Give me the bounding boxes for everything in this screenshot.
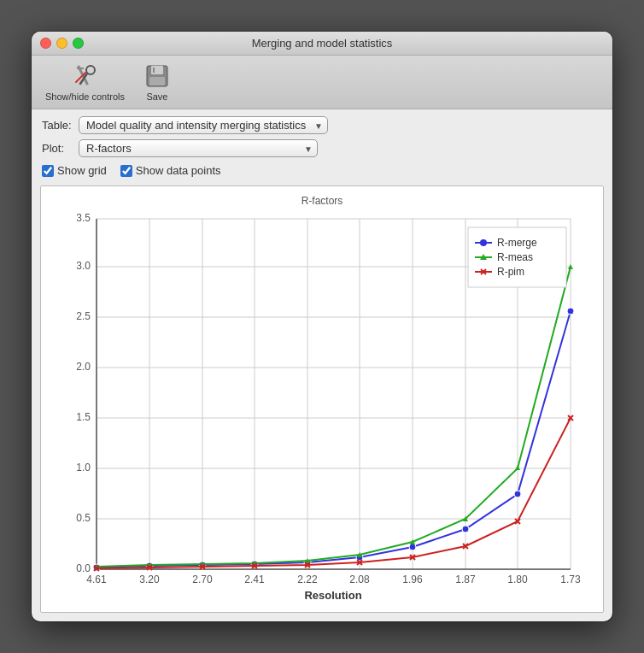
svg-text:1.5: 1.5 [76,411,91,423]
svg-text:0.5: 0.5 [76,512,91,524]
minimize-button[interactable] [56,38,67,49]
show-hide-label: Show/hide controls [45,91,125,102]
window-title: Merging and model statistics [252,37,393,50]
save-button[interactable]: Save [138,61,176,103]
maximize-button[interactable] [73,38,84,49]
table-label: Table: [42,119,72,132]
window-controls [40,38,84,49]
svg-text:2.22: 2.22 [297,574,318,585]
svg-text:3.5: 3.5 [76,212,91,224]
svg-text:1.73: 1.73 [560,574,581,585]
chart-container: R-factors [40,185,604,613]
svg-point-55 [409,544,416,550]
svg-text:2.0: 2.0 [76,361,91,373]
svg-text:2.41: 2.41 [244,574,265,585]
plot-dropdown-wrapper: R-factors ▼ [79,139,318,157]
save-icon [143,62,171,90]
show-data-points-checkbox-label[interactable]: Show data points [120,164,221,177]
svg-rect-7 [149,77,165,85]
svg-text:Resolution: Resolution [304,589,361,602]
svg-text:2.70: 2.70 [192,574,213,585]
svg-point-58 [567,308,574,315]
svg-text:1.80: 1.80 [507,574,528,585]
svg-text:2.5: 2.5 [76,310,91,322]
chart-svg: 0.0 0.5 1.0 1.5 2.0 2.5 3.0 3.5 4.61 3.2… [50,210,596,603]
main-window: Merging and model statistics Show/hide c… [32,32,612,621]
svg-text:R-pim: R-pim [497,266,524,278]
svg-text:3.0: 3.0 [76,260,91,272]
plot-dropdown[interactable]: R-factors [79,139,318,157]
svg-point-56 [462,526,469,532]
svg-text:R-merge: R-merge [497,237,537,249]
show-hide-icon [71,62,98,90]
svg-text:1.87: 1.87 [455,574,476,585]
svg-text:R-meas: R-meas [497,251,533,263]
table-dropdown[interactable]: Model quality and intensity merging stat… [79,116,328,134]
svg-marker-67 [515,465,520,470]
svg-text:1.0: 1.0 [76,462,91,474]
svg-text:2.08: 2.08 [349,574,370,585]
svg-point-91 [480,239,487,246]
controls-panel: Table: Model quality and intensity mergi… [32,109,612,182]
show-data-points-checkbox[interactable] [120,165,132,177]
titlebar: Merging and model statistics [32,32,612,56]
plot-label: Plot: [42,142,72,155]
show-grid-checkbox-label[interactable]: Show grid [42,164,107,177]
close-button[interactable] [40,38,51,49]
chart-area: 0.0 0.5 1.0 1.5 2.0 2.5 3.0 3.5 4.61 3.2… [50,210,594,603]
toolbar: Show/hide controls Save [32,56,612,109]
table-dropdown-wrapper: Model quality and intensity merging stat… [79,116,328,134]
svg-point-57 [514,491,521,497]
show-grid-label: Show grid [57,164,107,177]
show-grid-checkbox[interactable] [42,165,54,177]
plot-row: Plot: R-factors ▼ [42,139,602,157]
chart-title: R-factors [50,195,594,207]
svg-text:4.61: 4.61 [86,574,107,585]
svg-text:3.20: 3.20 [139,574,160,585]
checkbox-row: Show grid Show data points [42,162,602,179]
table-row: Table: Model quality and intensity mergi… [42,116,602,134]
svg-rect-8 [153,68,155,73]
show-hide-controls-button[interactable]: Show/hide controls [40,61,130,103]
svg-text:1.96: 1.96 [402,574,423,585]
save-label: Save [146,91,167,102]
show-data-points-label: Show data points [136,164,221,177]
svg-text:0.0: 0.0 [76,562,91,574]
